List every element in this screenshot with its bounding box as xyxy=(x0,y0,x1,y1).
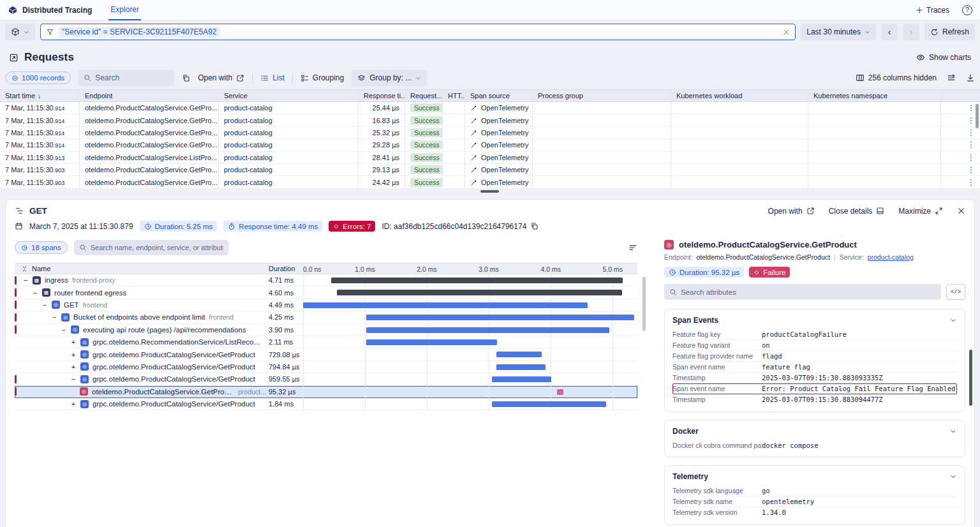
span-row[interactable]: − ◎ GET frontend 4.49 ms xyxy=(15,299,637,311)
expand-toggle[interactable]: + xyxy=(70,338,77,346)
section-header[interactable]: Docker xyxy=(672,427,957,436)
row-menu-button[interactable]: ⋮ xyxy=(941,127,980,138)
group-by-button[interactable]: Group by: ... xyxy=(352,70,427,86)
time-range-button[interactable]: Last 30 minutes xyxy=(801,24,876,40)
time-next-button[interactable]: › xyxy=(903,24,919,40)
expand-toggle[interactable]: − xyxy=(41,301,48,309)
expand-toggle[interactable]: + xyxy=(70,400,77,408)
span-bar[interactable] xyxy=(303,302,588,308)
table-row[interactable]: 7 Mar, 11:15:30.914 oteldemo.ProductCata… xyxy=(0,127,980,139)
span-bar[interactable] xyxy=(366,339,497,345)
span-row[interactable]: − ▦ ingress frontend-proxy 4.71 ms xyxy=(15,274,637,286)
column-header-response-time[interactable]: Response ti... xyxy=(359,90,405,101)
row-menu-button[interactable]: ⋮ xyxy=(941,164,980,175)
attribute-search-input[interactable] xyxy=(681,288,936,296)
section-header[interactable]: Span Events xyxy=(672,316,957,325)
service-link[interactable]: product-catalog xyxy=(868,253,914,261)
row-menu-button[interactable]: ⋮ xyxy=(941,102,980,114)
tab-explorer[interactable]: Explorer xyxy=(108,0,141,20)
column-header-http[interactable]: HTT... xyxy=(443,90,465,101)
table-row[interactable]: 7 Mar, 11:15:30.903 oteldemo.ProductCata… xyxy=(0,176,980,188)
add-traces-button[interactable]: Traces xyxy=(916,6,949,15)
copy-icon[interactable] xyxy=(182,74,190,82)
span-row[interactable]: − ◎ grpc.oteldemo.ProductCatalogService/… xyxy=(15,373,637,385)
expand-toggle[interactable]: + xyxy=(70,363,77,371)
maximize-button[interactable]: Maximize xyxy=(898,207,943,216)
expand-toggle[interactable]: − xyxy=(61,326,67,334)
waterfall-name-header[interactable]: Name xyxy=(19,264,266,274)
column-header-start-time[interactable]: Start time↓ xyxy=(0,90,80,101)
copy-icon[interactable] xyxy=(530,222,538,230)
table-row[interactable]: 7 Mar, 11:15:30.914 oteldemo.ProductCata… xyxy=(0,114,980,126)
span-row[interactable]: ◎ oteldemo.ProductCatalogService.GetProd… xyxy=(15,386,637,398)
records-count-badge[interactable]: 1000 records xyxy=(5,71,71,84)
attribute-search[interactable] xyxy=(664,284,941,300)
span-bar[interactable] xyxy=(492,401,606,407)
expand-toggle[interactable]: − xyxy=(32,289,38,297)
column-header-service[interactable]: Service xyxy=(219,90,359,101)
span-row[interactable]: − ◎ Bucket of endpoints above endpoint l… xyxy=(15,311,637,323)
table-row[interactable]: 7 Mar, 11:15:30.914 oteldemo.ProductCata… xyxy=(0,139,980,151)
filter-chip[interactable]: "Service id" = SERVICE-3C92115F407E5A92 xyxy=(59,27,220,38)
attributes-scrollbar[interactable] xyxy=(969,350,972,406)
help-button[interactable]: ? xyxy=(962,5,972,15)
table-vertical-scrollbar[interactable] xyxy=(976,104,979,128)
span-bar[interactable] xyxy=(496,352,542,357)
expand-toggle[interactable]: + xyxy=(70,351,77,359)
view-grouping-button[interactable]: Grouping xyxy=(301,73,344,82)
row-menu-button[interactable]: ⋮ xyxy=(941,114,980,126)
span-bar[interactable] xyxy=(366,315,634,320)
row-menu-button[interactable]: ⋮ xyxy=(941,152,980,163)
span-search[interactable] xyxy=(74,240,228,255)
expand-toggle[interactable]: − xyxy=(51,313,57,321)
row-menu-button[interactable]: ⋮ xyxy=(941,139,980,151)
span-bar[interactable] xyxy=(496,364,546,370)
span-bar[interactable] xyxy=(331,278,623,283)
scope-selector-button[interactable] xyxy=(5,24,35,40)
row-settings-icon[interactable] xyxy=(628,243,637,252)
open-with-button[interactable]: Open with xyxy=(198,73,244,82)
scrollbar-thumb[interactable] xyxy=(480,190,499,193)
span-bar[interactable] xyxy=(337,290,621,295)
span-row[interactable]: + ◎ grpc.oteldemo.ProductCatalogService/… xyxy=(15,348,637,360)
row-density-icon[interactable] xyxy=(947,73,956,82)
row-menu-button[interactable]: ⋮ xyxy=(941,176,980,188)
table-row[interactable]: 7 Mar, 11:15:30.913 oteldemo.ProductCata… xyxy=(0,152,980,164)
span-bar[interactable] xyxy=(557,389,563,395)
column-header-endpoint[interactable]: Endpoint xyxy=(80,90,219,101)
section-header[interactable]: Telemetry xyxy=(672,472,957,481)
waterfall-duration-header[interactable]: Duration xyxy=(266,264,303,274)
column-header-process-group[interactable]: Process group xyxy=(533,90,671,101)
columns-hidden-button[interactable]: 256 columns hidden xyxy=(856,73,937,82)
details-open-with-button[interactable]: Open with xyxy=(768,207,815,216)
view-list-button[interactable]: List xyxy=(260,73,285,82)
span-row[interactable]: − ▦ router frontend egress 4.60 ms xyxy=(15,286,637,299)
column-header-request-status[interactable]: Request... xyxy=(405,90,443,101)
span-row[interactable]: + ◎ grpc.oteldemo.ProductCatalogService/… xyxy=(15,361,637,373)
table-row[interactable]: 7 Mar, 11:15:30.914 oteldemo.ProductCata… xyxy=(0,102,980,114)
show-charts-button[interactable]: Show charts xyxy=(916,53,971,62)
span-row[interactable]: + ◎ grpc.oteldemo.RecommendationService/… xyxy=(15,336,637,348)
expand-toggle[interactable]: − xyxy=(70,375,77,383)
column-header-span-source[interactable]: Span source xyxy=(465,90,533,101)
clear-filter-button[interactable] xyxy=(783,29,790,36)
table-search[interactable] xyxy=(78,70,174,86)
close-details-button[interactable]: Close details xyxy=(829,207,885,216)
download-icon[interactable] xyxy=(966,73,975,82)
column-header-k8s-workload[interactable]: Kubernetes workload xyxy=(671,90,808,101)
span-row[interactable]: − ◎ executing api route (pages) /api/rec… xyxy=(15,324,637,336)
column-header-k8s-namespace[interactable]: Kubernetes namespace xyxy=(808,90,941,101)
span-row[interactable]: + ◎ grpc.oteldemo.ProductCatalogService/… xyxy=(15,398,637,410)
view-as-code-button[interactable]: </> xyxy=(946,284,965,300)
time-prev-button[interactable]: ‹ xyxy=(881,24,898,40)
refresh-button[interactable]: Refresh xyxy=(924,24,975,40)
table-row[interactable]: 7 Mar, 11:15:30.903 oteldemo.ProductCata… xyxy=(0,164,980,176)
filter-query-input[interactable]: "Service id" = SERVICE-3C92115F407E5A92 xyxy=(40,24,796,40)
span-bar[interactable] xyxy=(492,376,551,382)
collapse-all-icon[interactable] xyxy=(21,265,28,272)
span-search-input[interactable] xyxy=(91,244,223,251)
search-input[interactable] xyxy=(95,73,169,82)
expand-toggle[interactable]: − xyxy=(22,276,29,284)
close-icon[interactable] xyxy=(957,207,965,215)
waterfall-scrollbar[interactable] xyxy=(642,277,646,331)
